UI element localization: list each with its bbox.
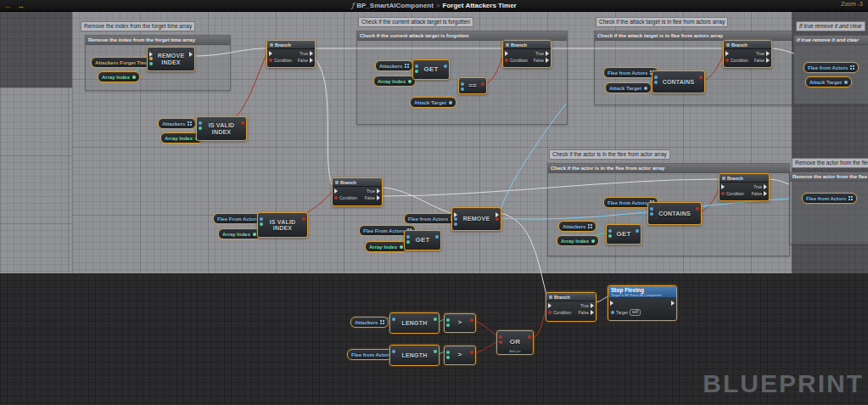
obj-pin[interactable] — [654, 76, 658, 79]
comment-header[interactable]: Check if the actor is in the flee from a… — [548, 164, 789, 173]
condition-pin[interactable] — [721, 192, 725, 195]
target-value-chip[interactable]: self — [630, 309, 641, 316]
int-pin[interactable] — [608, 234, 612, 238]
exec-out-pin[interactable] — [546, 58, 549, 63]
int-pin[interactable] — [199, 127, 202, 130]
comment-bubble-attack-forgotten-comment[interactable]: Check if the current attack target is fo… — [358, 17, 473, 27]
breadcrumb-parent[interactable]: BP_SmartAIComponent — [356, 2, 434, 9]
comment-bubble-remove-actor-comment[interactable]: Remove the actor from the flee — [792, 158, 868, 168]
int-pin[interactable] — [434, 350, 437, 353]
comment-header[interactable]: If true remove it and clear — [794, 36, 868, 45]
exec-pin[interactable] — [189, 52, 193, 57]
node-get-1[interactable]: GET — [412, 59, 450, 80]
var-pill-attackers[interactable]: Attackers — [558, 221, 596, 232]
node-is-valid-index-2[interactable]: IS VALID INDEX — [257, 212, 308, 238]
var-pill-flee-from-actors[interactable]: Flee from Actors — [802, 193, 857, 204]
bool-pin[interactable] — [481, 82, 484, 86]
int-pin[interactable] — [434, 318, 437, 321]
var-pill-array-index[interactable]: Array Index — [218, 228, 260, 239]
int-pin[interactable] — [446, 318, 450, 322]
int-pin[interactable] — [446, 356, 450, 359]
exec-in-pin[interactable] — [505, 51, 508, 56]
var-pill-attackers[interactable]: Attackers — [350, 317, 389, 328]
int-pin[interactable] — [415, 70, 418, 73]
int-pin[interactable] — [260, 222, 263, 226]
bool-pin[interactable] — [696, 207, 699, 211]
obj-pin[interactable] — [454, 222, 457, 226]
exec-in-pin[interactable] — [548, 303, 552, 308]
node-length-2[interactable]: LENGTH — [389, 345, 440, 366]
var-pill-attackers[interactable]: Attackers — [375, 60, 413, 71]
node-equal-equal[interactable]: == — [458, 77, 487, 94]
condition-pin[interactable] — [334, 196, 338, 200]
exec-in-pin[interactable] — [725, 51, 729, 56]
comment-remove-actor-comment[interactable]: Remove the actor from the flee — [789, 172, 868, 245]
node-stop-fleeing[interactable]: Stop FleeingTarget is BP Smart AI Compon… — [608, 285, 677, 321]
obj-pin[interactable] — [415, 65, 418, 68]
node-branch-4[interactable]: BranchConditionTrueFalse — [332, 177, 383, 206]
node-length-1[interactable]: LENGTH — [389, 312, 440, 334]
obj-pin[interactable] — [461, 87, 464, 91]
int-pin[interactable] — [149, 62, 153, 65]
obj-pin[interactable] — [636, 229, 639, 233]
exec-out-pin[interactable] — [764, 191, 767, 196]
exec-out-pin[interactable] — [591, 303, 594, 308]
comment-header[interactable]: Remove the index from the forget time ar… — [86, 36, 230, 45]
exec-in-pin[interactable] — [269, 51, 272, 56]
bool-pin[interactable] — [470, 351, 473, 354]
node-branch-1[interactable]: BranchConditionTrueFalse — [266, 40, 316, 68]
var-pill-attack-target[interactable]: Attack Target — [805, 76, 852, 87]
bool-pin[interactable] — [470, 318, 473, 322]
node-branch-5[interactable]: BranchConditionTrueFalse — [719, 173, 770, 201]
condition-pin[interactable] — [548, 311, 552, 314]
condition-pin[interactable] — [725, 59, 729, 62]
node-branch-6[interactable]: BranchConditionTrueFalse — [546, 292, 596, 322]
comment-bubble-attack-in-flee-comment[interactable]: Check if the attack target is in flee fr… — [596, 17, 728, 27]
obj-pin[interactable] — [435, 235, 439, 239]
obj-pin[interactable] — [650, 212, 653, 216]
obj-pin[interactable] — [406, 235, 410, 239]
obj-pin[interactable] — [461, 82, 464, 86]
bool-pin[interactable] — [302, 217, 305, 221]
node-or[interactable]: ORAdd pin — [496, 330, 534, 355]
exec-in-pin[interactable] — [610, 301, 613, 306]
condition-pin[interactable] — [269, 59, 272, 62]
obj-pin[interactable] — [199, 121, 202, 125]
target-pin[interactable] — [611, 311, 614, 314]
comment-header[interactable]: Remove the actor from the flee — [790, 172, 868, 182]
comment-bubble-actor-in-flee-comment[interactable]: Check if the actor is in the flee from a… — [549, 149, 670, 160]
var-pill-array-index[interactable]: Array Index — [557, 235, 599, 246]
bool-pin[interactable] — [699, 76, 703, 79]
bool-pin[interactable] — [499, 335, 502, 339]
obj-pin[interactable] — [260, 217, 263, 221]
node-get-2[interactable]: GET — [404, 230, 441, 250]
var-pill-array-index[interactable]: Array Index — [373, 76, 416, 87]
exec-out-pin[interactable] — [671, 301, 675, 306]
node-is-valid-index-1[interactable]: IS VALID INDEX — [196, 116, 247, 141]
obj-pin[interactable] — [650, 207, 653, 211]
exec-out-pin[interactable] — [766, 58, 770, 63]
node-remove[interactable]: REMOVE — [451, 207, 501, 231]
node-remove-index[interactable]: REMOVE INDEX — [147, 47, 195, 71]
condition-pin[interactable] — [505, 59, 508, 62]
int-pin[interactable] — [446, 323, 450, 327]
comment-bubble-remove-index-comment[interactable]: Remove the index from the forget time ar… — [81, 21, 195, 31]
node-contains-2[interactable]: CONTAINS — [647, 202, 702, 225]
int-pin[interactable] — [406, 240, 410, 244]
var-pill-attack-target[interactable]: Attack Target — [605, 82, 652, 93]
node-greater-2[interactable]: > — [444, 346, 476, 365]
obj-pin[interactable] — [454, 217, 457, 221]
exec-out-pin[interactable] — [766, 51, 770, 56]
obj-pin[interactable] — [392, 318, 395, 321]
var-pill-flee-from-actors[interactable]: Flee from Actors — [603, 67, 658, 78]
exec-out-pin[interactable] — [310, 51, 313, 56]
exec-out-pin[interactable] — [310, 58, 313, 63]
node-branch-2[interactable]: BranchConditionTrueFalse — [502, 40, 552, 68]
int-pin[interactable] — [446, 351, 450, 354]
node-branch-3[interactable]: BranchConditionTrueFalse — [723, 40, 772, 68]
exec-out-pin[interactable] — [764, 184, 767, 189]
bool-pin[interactable] — [241, 121, 244, 125]
obj-pin[interactable] — [608, 229, 612, 233]
var-pill-flee-from-actors[interactable]: Flee from Actors — [804, 62, 859, 73]
var-pill-attackers[interactable]: Attackers — [158, 118, 196, 129]
